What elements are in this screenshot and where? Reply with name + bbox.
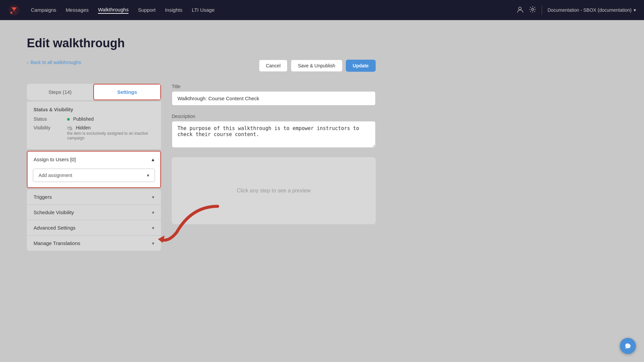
logo[interactable] bbox=[8, 4, 20, 16]
triggers-label: Triggers bbox=[34, 194, 52, 200]
status-value: Published bbox=[67, 116, 94, 122]
eye-off-icon bbox=[67, 126, 72, 130]
chat-button[interactable] bbox=[620, 338, 636, 354]
left-panel: Steps (14) Settings Status & Visibility … bbox=[27, 84, 161, 251]
description-textarea[interactable] bbox=[172, 121, 376, 148]
tabs: Steps (14) Settings bbox=[27, 84, 161, 100]
assign-users-title: Assign to Users [0] bbox=[34, 157, 76, 162]
manage-translations-label: Manage Translations bbox=[34, 240, 80, 246]
status-value-text: Published bbox=[73, 116, 94, 122]
nav-support[interactable]: Support bbox=[138, 7, 156, 13]
back-link[interactable]: ‹ Back to all walkthroughs bbox=[27, 60, 81, 65]
chevron-down-icon: ▾ bbox=[634, 7, 636, 13]
visibility-note: the item is exclusively assigned to an i… bbox=[67, 131, 154, 140]
right-panel: Title Description Click any step to see … bbox=[172, 84, 376, 224]
back-link-label: Back to all walkthroughs bbox=[31, 60, 81, 65]
two-col-layout: Steps (14) Settings Status & Visibility … bbox=[27, 84, 376, 251]
chevron-up-icon: ▴ bbox=[152, 156, 154, 163]
accordion: Triggers ▾ Schedule Visibility ▾ Advance… bbox=[27, 189, 161, 251]
preview-text: Click any step to see a preview bbox=[237, 188, 311, 194]
top-row: ‹ Back to all walkthroughs Cancel Save &… bbox=[27, 60, 376, 74]
manage-translations-chevron-icon: ▾ bbox=[152, 241, 154, 246]
title-label: Title bbox=[172, 84, 376, 89]
user-icon[interactable] bbox=[516, 6, 524, 15]
schedule-visibility-chevron-icon: ▾ bbox=[152, 210, 154, 215]
navbar-right: Documentation - SBOX (documentation) ▾ bbox=[516, 5, 636, 15]
nav-lti-usage[interactable]: LTI Usage bbox=[192, 7, 215, 13]
nav-links: Campaigns Messages Walkthroughs Support … bbox=[31, 7, 505, 14]
save-unpublish-button[interactable]: Save & Unpublish bbox=[291, 60, 342, 72]
triggers-chevron-icon: ▾ bbox=[152, 194, 154, 200]
title-input[interactable] bbox=[172, 91, 376, 106]
triggers-section[interactable]: Triggers ▾ bbox=[27, 189, 161, 205]
workspace-label: Documentation - SBOX (documentation) bbox=[547, 7, 632, 13]
visibility-value: Hidden bbox=[67, 125, 154, 130]
preview-area: Click any step to see a preview bbox=[172, 157, 376, 224]
nav-insights[interactable]: Insights bbox=[165, 7, 182, 13]
nav-campaigns[interactable]: Campaigns bbox=[31, 7, 56, 13]
visibility-value-block: Hidden the item is exclusively assigned … bbox=[67, 125, 154, 140]
settings-icon[interactable] bbox=[529, 6, 536, 15]
update-button[interactable]: Update bbox=[346, 60, 376, 72]
title-form-group: Title bbox=[172, 84, 376, 106]
visibility-label: Visibility bbox=[34, 125, 67, 130]
tab-settings[interactable]: Settings bbox=[93, 84, 161, 100]
main-content: Edit walkthrough ‹ Back to all walkthrou… bbox=[0, 20, 402, 267]
schedule-visibility-section[interactable]: Schedule Visibility ▾ bbox=[27, 205, 161, 220]
description-form-group: Description bbox=[172, 114, 376, 149]
svg-point-1 bbox=[10, 12, 12, 14]
manage-translations-section[interactable]: Manage Translations ▾ bbox=[27, 236, 161, 251]
navbar: Campaigns Messages Walkthroughs Support … bbox=[0, 0, 644, 20]
advanced-settings-section[interactable]: Advanced Settings ▾ bbox=[27, 220, 161, 236]
status-dot bbox=[67, 118, 70, 121]
status-visibility-section: Status & Visibility Status Published Vis… bbox=[27, 102, 161, 149]
nav-messages[interactable]: Messages bbox=[66, 7, 89, 13]
description-label: Description bbox=[172, 114, 376, 119]
nav-walkthroughs[interactable]: Walkthroughs bbox=[98, 7, 128, 14]
tab-steps[interactable]: Steps (14) bbox=[27, 84, 93, 100]
tabs-container: Steps (14) Settings bbox=[27, 84, 161, 100]
add-assignment-label: Add assignment bbox=[39, 173, 72, 178]
status-label: Status bbox=[34, 116, 67, 122]
cancel-button[interactable]: Cancel bbox=[259, 60, 288, 72]
svg-point-3 bbox=[532, 8, 534, 10]
chevron-left-icon: ‹ bbox=[27, 60, 29, 65]
svg-point-2 bbox=[519, 7, 521, 10]
nav-divider bbox=[542, 5, 542, 15]
advanced-settings-chevron-icon: ▾ bbox=[152, 225, 154, 231]
schedule-visibility-label: Schedule Visibility bbox=[34, 209, 74, 215]
dropdown-chevron-icon: ▾ bbox=[147, 173, 149, 178]
visibility-row: Visibility Hidden the item is exclusivel… bbox=[34, 125, 154, 140]
top-actions: Cancel Save & Unpublish Update bbox=[259, 60, 376, 72]
status-row: Status Published bbox=[34, 116, 154, 122]
add-assignment-dropdown[interactable]: Add assignment ▾ bbox=[33, 169, 155, 182]
advanced-settings-label: Advanced Settings bbox=[34, 225, 75, 231]
status-visibility-title: Status & Visibility bbox=[34, 107, 154, 112]
visibility-value-text: Hidden bbox=[76, 125, 91, 130]
assign-users-body: Add assignment ▾ bbox=[28, 167, 160, 187]
assign-users-header[interactable]: Assign to Users [0] ▴ bbox=[28, 152, 160, 167]
assign-users-section: Assign to Users [0] ▴ Add assignment ▾ bbox=[27, 151, 161, 188]
page-title: Edit walkthrough bbox=[27, 36, 376, 50]
workspace-selector[interactable]: Documentation - SBOX (documentation) ▾ bbox=[547, 7, 636, 13]
